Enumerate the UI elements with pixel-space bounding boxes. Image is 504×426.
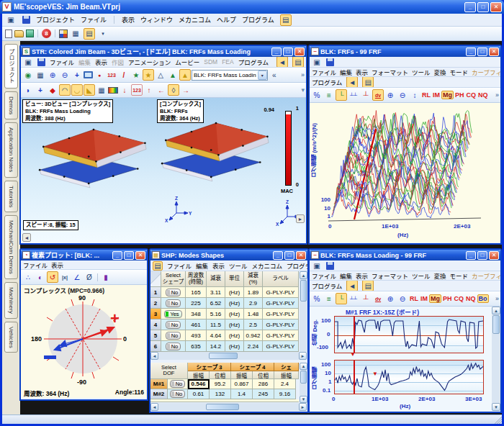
menu-edit[interactable]: 編集 [340, 271, 352, 280]
lines-icon[interactable]: / [118, 69, 130, 81]
frequency-cursor[interactable] [354, 317, 355, 353]
menu-mechanicom[interactable]: メカニコム [252, 261, 283, 270]
window-toggle-icon[interactable]: ▤ [280, 14, 292, 26]
row-number[interactable]: 2 [150, 298, 161, 309]
chevron-down-icon[interactable]: ▾ [258, 71, 267, 80]
menu-help[interactable]: ヘルプ [217, 15, 236, 24]
menu-view[interactable]: 表示 [122, 15, 135, 24]
phase-button[interactable]: PH [442, 295, 453, 302]
titlebar[interactable]: V ME'scopeVES: Jim Beam.VTprj _ □ ✕ [0, 0, 504, 14]
triangle-fill-icon[interactable]: ▲ [167, 69, 179, 81]
zoom-in-icon[interactable]: ⊕ [384, 293, 396, 304]
group-header-shape5[interactable]: シェ [274, 363, 299, 371]
select-cell[interactable]: No [161, 320, 186, 330]
label-cell[interactable]: G-PLY-PLY [263, 341, 299, 352]
frequency-cell[interactable]: 165 [186, 287, 207, 298]
damping-pct-cell[interactable]: 1.89 [244, 287, 263, 298]
row-number[interactable]: 5 [150, 330, 161, 341]
phase-button[interactable]: PH [454, 91, 465, 99]
units-cell[interactable]: (Hz) [225, 320, 244, 330]
amplitude-cell[interactable]: 0.61 [188, 389, 210, 399]
menu-tools[interactable]: ツール [229, 261, 248, 270]
frequency-cell[interactable]: 348 [186, 309, 207, 320]
new-project-icon[interactable] [5, 30, 12, 38]
maximize-button[interactable]: □ [284, 251, 294, 260]
zoom-out-icon[interactable]: ⊖ [59, 69, 71, 81]
scroll-left-button[interactable]: ◄ [22, 233, 31, 242]
menu-transform[interactable]: 変換 [434, 271, 446, 280]
select-cell[interactable]: No [161, 298, 186, 309]
damping-cell[interactable]: 14.2 [207, 341, 225, 352]
frequency-cell[interactable]: 493 [186, 330, 207, 341]
minimize-button[interactable]: _ [466, 47, 476, 56]
menu-file[interactable]: ファイル [312, 271, 336, 280]
coquad-button[interactable]: CQ [454, 295, 465, 302]
dock-left-icon[interactable]: ◄ [276, 57, 288, 68]
imaginary-button[interactable]: IM [432, 91, 441, 99]
dock-left-icon[interactable]: ◄ [346, 77, 358, 88]
save-icon[interactable] [326, 58, 334, 66]
menu-file[interactable]: ファイル [81, 15, 107, 24]
chevron-left-icon[interactable]: « [269, 69, 280, 81]
group-header-shape3[interactable]: シェープ 3 [188, 363, 231, 371]
menu-view[interactable]: 表示 [356, 68, 368, 76]
points-icon[interactable]: ● [94, 69, 105, 81]
frequency-cell[interactable]: 635 [186, 341, 207, 352]
menu-draw[interactable]: 作図 [112, 58, 124, 66]
damping-cell[interactable]: 3.11 [207, 287, 225, 298]
menu-program[interactable]: プログラム [242, 15, 274, 24]
minimize-button[interactable]: _ [464, 2, 476, 12]
menu-view[interactable]: 表示 [356, 271, 368, 280]
sidebar-tab-machinery[interactable]: Machinery [4, 282, 18, 319]
angle-measure-icon[interactable]: ∠ [71, 271, 83, 283]
save-icon[interactable] [22, 16, 30, 24]
menu-movie[interactable]: ムービー [175, 58, 199, 66]
nyquist-button[interactable]: NQ [465, 295, 477, 302]
close-button[interactable]: ✕ [294, 47, 305, 56]
table2-vscrollbar[interactable]: ▲ ▼ [300, 363, 307, 403]
phase-cell[interactable]: 132 [210, 389, 231, 399]
resize-grip[interactable] [493, 416, 502, 424]
frequency-cell[interactable]: 461 [186, 320, 207, 330]
units-cell[interactable]: (Hz) [225, 330, 244, 341]
label-cell[interactable]: G-PLY-PLY [263, 298, 299, 309]
maximize-button[interactable]: □ [477, 2, 489, 12]
menu-transform[interactable]: 変換 [434, 68, 446, 76]
menu-sdm[interactable]: SDM [204, 58, 217, 65]
scatter-icon[interactable]: ∴ [22, 271, 34, 283]
damping-cell[interactable]: 6.52 [207, 298, 225, 309]
sidebar-tab-demos[interactable]: Demos [4, 91, 18, 119]
close-button[interactable]: ✕ [296, 251, 306, 260]
record-icon[interactable]: 8 [42, 29, 51, 38]
animate-icon[interactable]: ◗ [22, 84, 34, 96]
menu-program[interactable]: プログラム [287, 261, 307, 270]
menu-edit[interactable]: 編集 [196, 261, 208, 270]
menu-edit[interactable]: 編集 [78, 58, 91, 66]
menu-file[interactable]: ファイル [312, 68, 336, 76]
magnitude-button[interactable]: Mg [441, 91, 454, 99]
wheel-icon[interactable]: ◐ [35, 271, 46, 283]
axes-icon[interactable]: └ [336, 89, 347, 101]
scroll-down-icon[interactable]: ▼ [300, 396, 307, 403]
label-cell[interactable]: G-PLY-PLY [263, 330, 299, 341]
cascade-windows-icon[interactable]: ▤ [84, 28, 95, 40]
damping-cell[interactable]: 4.64 [207, 330, 225, 341]
maximize-button[interactable]: □ [477, 47, 487, 56]
open-project-icon[interactable] [14, 30, 24, 37]
zoom-out-icon[interactable]: ⊖ [397, 293, 408, 304]
row-number-selected[interactable]: 3 [150, 309, 161, 320]
tile-windows-icon[interactable]: ▦ [70, 28, 81, 40]
real-button[interactable]: RL [421, 91, 431, 99]
display-icon[interactable] [84, 71, 93, 78]
amplitude-cell[interactable]: 0.867 [231, 379, 253, 389]
maximize-button[interactable]: □ [477, 251, 487, 260]
zoom-in-icon[interactable]: ⊕ [47, 69, 58, 81]
minimize-button[interactable]: _ [273, 251, 283, 260]
exclude-icon[interactable]: Ø [84, 271, 95, 283]
minimize-button[interactable]: _ [466, 251, 476, 260]
close-button[interactable]: ✕ [489, 251, 499, 260]
label-cell[interactable]: G-PLY-PLY [263, 320, 299, 330]
nyquist-button[interactable]: NQ [477, 91, 489, 99]
overlap-icon[interactable]: % [311, 89, 323, 101]
table1-vscrollbar[interactable]: ▲ [300, 271, 307, 352]
